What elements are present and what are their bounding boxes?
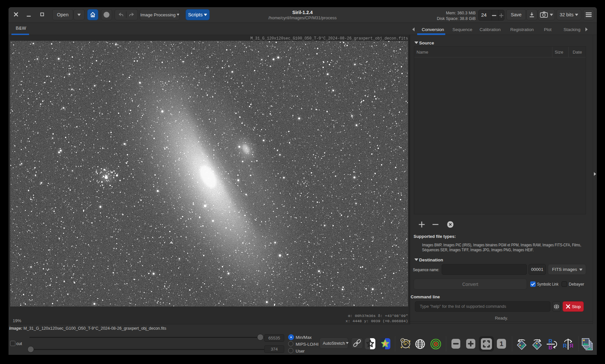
svg-text:R: R	[548, 344, 552, 350]
svg-text:R: R	[548, 338, 552, 344]
svg-text:R: R	[569, 343, 573, 349]
svg-text:R: R	[563, 343, 567, 349]
